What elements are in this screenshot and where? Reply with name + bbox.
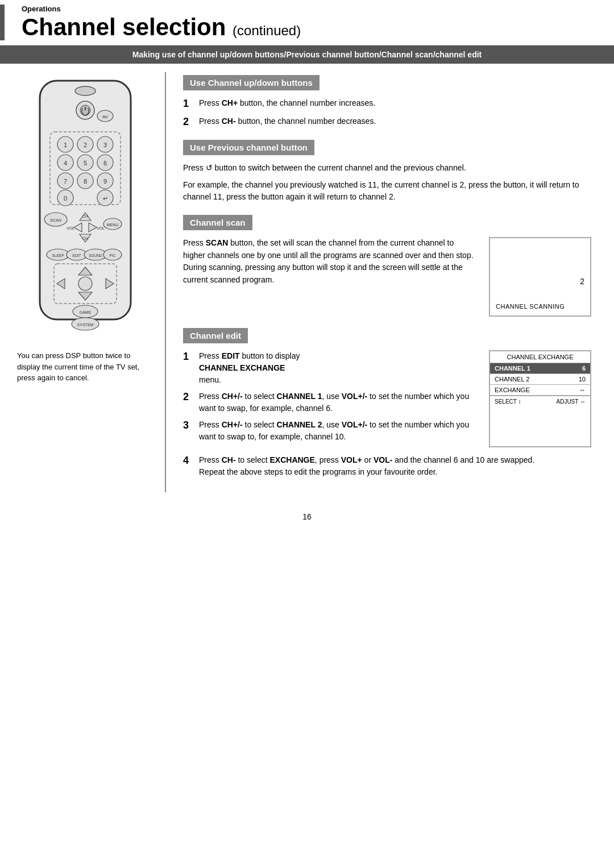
ch-updown-step2: 2 Press CH- button, the channel number d… [183,115,591,128]
edit-step-text-2: Press CH+/- to select CHANNEL 1, use VOL… [199,391,478,414]
svg-text:5: 5 [84,160,87,167]
scan-box-label: CHANNEL SCANNING [496,303,584,310]
exchange-value: ↔ [579,387,586,393]
exchange-footer: SELECT ↕ ADJUST ↔ [490,396,590,407]
svg-text:9: 9 [103,178,107,185]
exchange-row-exchange: EXCHANGE ↔ [490,385,590,396]
svg-point-54 [78,277,92,290]
svg-text:SYSTEM: SYSTEM [77,323,94,327]
prev-ch-section: Use Previous channel button Press ↺ butt… [183,140,591,203]
banner: Making use of channel up/down buttons/Pr… [0,45,614,64]
ch2-label: CHANNEL 2 [495,376,529,383]
footer-select: SELECT ↕ [495,398,521,405]
ch1-value: 6 [582,365,586,372]
operations-label: Operations [22,5,301,13]
svg-text:AV: AV [102,114,109,119]
left-column: AV 1 2 3 4 5 6 [0,64,165,501]
svg-text:4: 4 [64,160,67,167]
scan-text: Press SCAN button, the set will scan the… [183,237,478,317]
page-title: Channel selection (continued) [22,14,301,40]
svg-text:SLEEP: SLEEP [52,254,64,258]
svg-text:2: 2 [84,142,87,148]
main-content: AV 1 2 3 4 5 6 [0,64,614,501]
svg-text:GAME: GAME [80,310,92,314]
svg-text:0: 0 [64,195,67,202]
edit-step-num-1: 1 [183,350,196,363]
edit-step-num-3: 3 [183,419,196,432]
svg-text:7: 7 [64,178,67,185]
prev-ch-para2: For example, the channel you previously … [183,179,591,203]
ch2-value: 10 [579,376,586,383]
edit-step-text-3: Press CH+/- to select CHANNEL 2, use VOL… [199,419,478,443]
ch-scan-header: Channel scan [183,215,252,230]
exchange-display-box: CHANNEL EXCHANGE CHANNEL 1 6 CHANNEL 2 1… [489,350,591,447]
svg-text:EDIT: EDIT [73,254,81,258]
ch-edit-header: Channel edit [183,328,248,343]
edit-step1: 1 Press EDIT button to displayCHANNEL EX… [183,350,478,386]
page-header: Operations Channel selection (continued) [0,0,614,45]
footer-adjust: ADJUST ↔ [557,398,586,405]
edit-step-num-4: 4 [183,454,196,467]
svg-text:1: 1 [64,142,67,148]
remote-control-image: AV 1 2 3 4 5 6 [23,75,154,339]
prev-ch-para1: Press ↺ button to switch between the cur… [183,162,591,175]
scan-display-box: 2 CHANNEL SCANNING [489,237,591,317]
ch-updown-header: Use Channel up/down buttons [183,75,320,90]
edit-steps: 1 Press EDIT button to displayCHANNEL EX… [183,350,478,447]
exchange-row-ch2: CHANNEL 2 10 [490,374,590,385]
svg-text:PIC: PIC [110,254,116,258]
edit-step3: 3 Press CH+/- to select CHANNEL 2, use V… [183,419,478,443]
ch-edit-section: Channel edit 1 Press EDIT button to disp… [183,328,591,478]
prev-ch-header: Use Previous channel button [183,140,314,155]
edit-step-text-1: Press EDIT button to displayCHANNEL EXCH… [199,350,478,386]
header-content: Operations Channel selection (continued) [22,5,301,40]
svg-text:VOL: VOL [97,226,105,230]
exchange-title: CHANNEL EXCHANGE [490,351,590,363]
svg-text:VOL: VOL [67,226,74,230]
scan-channel-number: 2 [496,277,584,286]
edit-step4: 4 Press CH- to select EXCHANGE, press VO… [183,454,591,478]
exchange-row-ch1: CHANNEL 1 6 [490,363,590,374]
title-continued: (continued) [233,23,301,38]
svg-text:8: 8 [84,178,87,185]
svg-text:SCAN: SCAN [50,218,61,222]
svg-text:CH: CH [82,236,88,240]
svg-text:3: 3 [103,142,107,148]
edit-two-col: 1 Press EDIT button to displayCHANNEL EX… [183,350,591,447]
page-number: 16 [0,501,614,533]
svg-text:6: 6 [103,160,107,167]
scan-content: Press SCAN button, the set will scan the… [183,237,591,317]
scan-body: Press SCAN button, the set will scan the… [183,237,478,286]
ch1-label: CHANNEL 1 [495,365,530,372]
edit-step2: 2 Press CH+/- to select CHANNEL 1, use V… [183,391,478,414]
ch-updown-step1: 1 Press CH+ button, the channel number i… [183,97,591,110]
step-text-1a: Press CH+ button, the channel number inc… [199,97,591,109]
svg-text:MENU: MENU [107,223,119,227]
ch-updown-section: Use Channel up/down buttons 1 Press CH+ … [183,75,591,128]
step-text-2a: Press CH- button, the channel number dec… [199,115,591,127]
bottom-note: You can press DSP button twice to displa… [17,350,159,384]
step-num-1a: 1 [183,97,196,110]
step-num-2a: 2 [183,115,196,128]
right-column: Use Channel up/down buttons 1 Press CH+ … [166,64,614,501]
svg-text:SOUND: SOUND [89,254,102,258]
edit-step-text-4: Press CH- to select EXCHANGE, press VOL+… [199,454,591,478]
svg-point-1 [75,86,96,95]
exchange-label: EXCHANGE [495,387,530,393]
left-accent-bar [0,5,5,40]
title-main: Channel selection [22,14,226,40]
svg-text:CH: CH [82,214,88,218]
svg-text:↵: ↵ [103,195,108,202]
edit-step-num-2: 2 [183,391,196,404]
ch-scan-section: Channel scan Press SCAN button, the set … [183,215,591,317]
